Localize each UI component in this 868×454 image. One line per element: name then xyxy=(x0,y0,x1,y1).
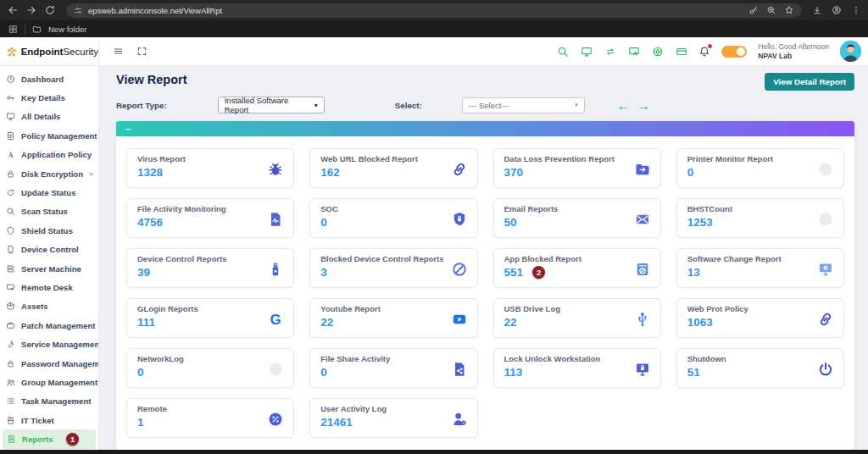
card-title: Device Control Reports xyxy=(137,254,227,263)
forward-arrow-icon[interactable] xyxy=(25,4,37,16)
sidebar-item-policy-management[interactable]: Policy Management xyxy=(0,126,98,145)
report-icon xyxy=(7,435,16,444)
sidebar-item-server-machine[interactable]: Server Machine xyxy=(0,259,98,278)
download-icon[interactable] xyxy=(812,5,822,15)
collapse-icon[interactable]: – xyxy=(125,123,131,135)
sidebar-item-patch-management[interactable]: Patch Management xyxy=(0,316,98,335)
report-card[interactable]: NetworkLog0 xyxy=(126,348,294,388)
report-card[interactable]: Web URL Blocked Report162 xyxy=(309,148,477,188)
report-card[interactable]: File Share Activity0 xyxy=(309,348,477,388)
sidebar-item-task-management[interactable]: Task Management xyxy=(0,392,98,411)
sidebar-item-reports[interactable]: Reports1 xyxy=(3,429,96,448)
software-change-icon xyxy=(817,261,834,278)
monitor-icon[interactable] xyxy=(581,46,593,58)
repeat-icon[interactable] xyxy=(604,46,616,58)
brand[interactable]: EndpointSecurity xyxy=(0,37,99,65)
address-bar-icons xyxy=(748,5,794,15)
report-card[interactable]: Web Prot Policy1063 xyxy=(676,298,844,338)
link-icon xyxy=(451,161,468,178)
shield-lock-icon xyxy=(451,211,468,228)
card-title: Blocked Device Control Reports xyxy=(320,254,443,263)
select-dropdown[interactable]: --- Select--- ▾ xyxy=(462,97,585,114)
card-value: 21461 xyxy=(320,416,353,429)
report-card[interactable]: File Activity Monitoring4756 xyxy=(126,198,294,238)
notifications-bell-icon[interactable] xyxy=(698,46,710,58)
sidebar-item-label: Server Machine xyxy=(21,264,81,274)
user-avatar[interactable] xyxy=(840,41,861,62)
report-card[interactable]: Remote1 xyxy=(126,398,294,438)
select-label: Select: xyxy=(395,101,422,110)
hamburger-icon[interactable] xyxy=(113,46,124,57)
report-card[interactable]: Data Loss Prevention Report370 xyxy=(493,148,661,188)
report-card[interactable]: Device Control Reports39 xyxy=(126,248,294,288)
report-card[interactable]: Virus Report1328 xyxy=(126,148,294,188)
card-value: 111 xyxy=(137,316,155,329)
sidebar-item-it-ticket[interactable]: IT Ticket xyxy=(0,411,98,429)
prev-arrow-icon[interactable]: ← xyxy=(617,99,630,112)
tune-icon[interactable] xyxy=(74,6,83,15)
profile-icon[interactable] xyxy=(832,5,842,15)
circle-gray-icon xyxy=(817,211,834,228)
card-title: NetworkLog xyxy=(137,354,184,363)
screen-share-icon[interactable] xyxy=(628,46,640,58)
fullscreen-icon[interactable] xyxy=(136,46,147,57)
greeting-line: Hello, Good Afternoon xyxy=(758,42,829,52)
sidebar-item-shield-status[interactable]: Shield Status xyxy=(0,221,98,240)
sidebar-item-application-policy[interactable]: AApplication Policy xyxy=(0,146,98,164)
next-arrow-icon[interactable]: → xyxy=(637,99,650,112)
search-icon[interactable] xyxy=(557,46,569,58)
report-card[interactable]: Shutdown51 xyxy=(676,348,844,388)
apps-grid-icon[interactable] xyxy=(8,25,18,34)
report-card[interactable]: GLogin Reports111G xyxy=(126,298,294,338)
view-detail-report-button[interactable]: View Detail Report xyxy=(765,73,854,91)
report-card[interactable]: Software Change Report13 xyxy=(676,248,844,288)
card-value: 1 xyxy=(137,416,144,429)
report-type-select[interactable]: Installed Software Report ▾ xyxy=(218,97,325,114)
address-bar[interactable]: epsweb.adminconsole.net/ViewAllRpt xyxy=(66,3,802,18)
brand-name: EndpointSecurity xyxy=(21,47,98,57)
report-card[interactable]: USB Drive Log22 xyxy=(493,298,661,338)
sidebar-item-all-details[interactable]: All Details xyxy=(0,108,98,126)
report-card[interactable]: Youtube Report22 xyxy=(309,298,477,338)
report-card[interactable]: Lock Unlock Workstation113 xyxy=(493,348,661,388)
account-name: NPAV Lab xyxy=(758,52,829,61)
report-card[interactable]: Printer Monitor Report0 xyxy=(676,148,844,188)
theme-toggle[interactable] xyxy=(721,46,747,58)
kebab-icon[interactable] xyxy=(851,5,861,15)
report-card[interactable]: User Activity Log21461 xyxy=(309,398,477,438)
sidebar-item-password-management[interactable]: Password Management xyxy=(0,354,98,373)
sidebar-item-scan-status[interactable]: Scan Status xyxy=(0,202,98,221)
sidebar-item-key-details[interactable]: Key Details xyxy=(0,88,98,107)
target-icon[interactable] xyxy=(652,46,664,58)
card-value: 22 xyxy=(504,316,517,329)
url-text[interactable]: epsweb.adminconsole.net/ViewAllRpt xyxy=(88,6,743,15)
sidebar-item-disk-encryption[interactable]: Disk Encryption> xyxy=(0,164,98,183)
sidebar-item-remote-desk[interactable]: Remote Desk xyxy=(0,278,98,296)
document-icon xyxy=(6,131,15,141)
block-icon xyxy=(451,261,468,278)
card-icon[interactable] xyxy=(676,46,687,58)
report-card[interactable]: App Blocked Report5512 xyxy=(493,248,661,288)
sidebar-item-update-status[interactable]: Update Status xyxy=(0,183,98,202)
app-block-icon xyxy=(634,261,651,278)
panel-header-bar[interactable]: – xyxy=(116,121,854,136)
key-icon[interactable] xyxy=(748,5,759,15)
star-icon[interactable] xyxy=(784,5,794,15)
search-plus-icon[interactable] xyxy=(766,5,776,15)
report-card[interactable]: SOC0 xyxy=(309,198,477,238)
sidebar-item-assets[interactable]: Assets xyxy=(0,297,98,316)
chevron-down-icon: ▾ xyxy=(314,102,318,109)
back-arrow-icon[interactable] xyxy=(7,4,19,16)
sidebar-item-group-management[interactable]: Group Management xyxy=(0,373,98,391)
sidebar-item-service-management[interactable]: Service Management xyxy=(0,335,98,353)
sidebar-item-label: Reports xyxy=(22,435,53,444)
report-card[interactable]: BHSTCount1253 xyxy=(676,198,844,238)
reload-icon[interactable] xyxy=(44,4,56,16)
file-share-icon xyxy=(451,361,468,378)
report-card[interactable]: Blocked Device Control Reports3 xyxy=(309,248,477,288)
sidebar-item-dashboard[interactable]: Dashboard xyxy=(0,69,98,88)
report-card[interactable]: Email Reports50 xyxy=(493,198,661,238)
sidebar-item-device-control[interactable]: Device Control xyxy=(0,241,98,259)
bookmark-item[interactable]: New folder xyxy=(48,25,86,34)
card-value: 51 xyxy=(687,366,700,379)
